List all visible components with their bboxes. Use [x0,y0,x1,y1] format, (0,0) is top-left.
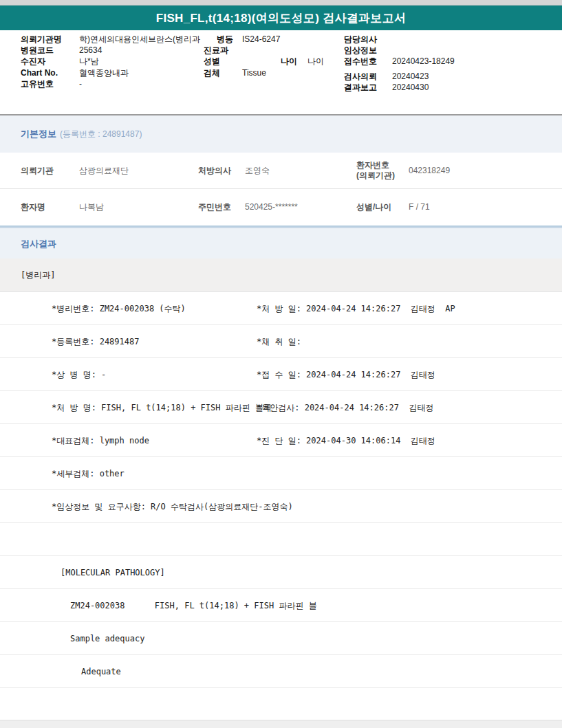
basic-info-section-title: 기본정보(등록번호 : 24891487) [21,128,142,140]
result-left-text: *처 방 명: FISH, FL t(14;18) + FISH 파라핀 블록 [52,401,272,413]
field-value: IS24-6247 [242,34,280,44]
result-right-text: *접 수 일: 2024-04-24 14:26:27 김태정 [257,368,435,380]
result-row [0,688,562,721]
field-label: 성별 [204,56,220,66]
field-label: 주민번호 [198,202,231,212]
field-label: 검체 [204,68,220,78]
field-label: 처방의사 [198,166,231,176]
field-label: 병원코드 [21,45,54,55]
report-page: FISH_FL,t(14;18)(여의도성모) 검사결과보고서 의뢰기관명학)연… [0,0,562,728]
field-value: 나복남 [79,202,104,212]
field-label-subtext: (의뢰기관) [356,170,395,181]
department-row: [병리과] [0,258,562,292]
order-header-table: 의뢰기관명학)연세의대용인세브란스(병리과병원코드25634수진자나*남Char… [0,30,562,114]
field-value: 520425-******* [245,202,298,212]
result-right-text: *육안검사: 2024-04-24 14:26:27 김태정 [257,401,433,413]
result-row: *처 방 명: FISH, FL t(14;18) + FISH 파라핀 블록*… [0,391,562,424]
window-bottom-strip [0,720,562,728]
field-label: 임상정보 [344,45,377,55]
field-value: 20240430 [392,82,429,92]
result-left-text: *임상정보 및 요구사항: R/O 수탁검사(삼광의료재단-조영숙) [52,500,293,512]
result-section-header: 검사결과 [0,227,562,260]
field-value: 삼광의료재단 [79,166,129,176]
basic-info-content: 의뢰기관삼광의료재단처방의사조영숙환자번호(의뢰기관)042318249환자명나… [0,153,562,227]
field-label-text: 주민번호 [198,202,231,212]
result-section-title: 검사결과 [21,238,56,250]
basic-info-row: 의뢰기관삼광의료재단처방의사조영숙환자번호(의뢰기관)042318249 [0,153,562,189]
field-value: 20240423-18249 [392,56,455,66]
basic-info-row: 환자명나복남주민번호520425-*******성별/나이F / 71 [0,189,562,225]
field-label: Chart No. [21,68,58,78]
report-title: FISH_FL,t(14;18)(여의도성모) 검사결과보고서 [156,10,406,26]
result-row: *세부검체: other [0,457,562,490]
field-label-text: 환자명 [21,202,45,212]
field-label: 환자번호(의뢰기관) [356,160,395,181]
field-label: 의뢰기관명 [21,34,62,44]
basic-info-reg-number: (등록번호 : 24891487) [60,129,142,139]
result-left-text: *상 병 명: - [52,368,106,380]
result-left-text: ZM24-002038 FISH, FL t(14;18) + FISH 파라핀… [70,599,317,611]
field-value: F / 71 [409,202,430,212]
field-label: 환자명 [21,202,45,212]
department-label: [병리과] [21,269,55,281]
field-label: 결과보고 [344,82,377,92]
field-label: 검사의뢰 [344,71,377,81]
field-label: 성별/나이 [356,202,391,212]
result-row: *병리번호: ZM24-002038 (수탁)*처 방 일: 2024-04-2… [0,292,562,325]
result-left-text: Sample adequacy [70,634,144,643]
result-row: *상 병 명: -*접 수 일: 2024-04-24 14:26:27 김태정 [0,358,562,391]
field-label: 나이 [281,56,297,66]
field-label-text: 의뢰기관 [21,166,54,175]
result-left-text: *등록번호: 24891487 [52,335,139,347]
result-right-text: *진 단 일: 2024-04-30 14:06:14 김태정 [257,434,435,446]
result-row: Sample adequacy [0,622,562,655]
field-label: 수진자 [21,56,45,66]
field-label: 진료과 [204,45,228,55]
field-label: 담당의사 [344,34,377,44]
result-rows-table: *병리번호: ZM24-002038 (수탁)*처 방 일: 2024-04-2… [0,292,562,721]
window-top-strip [0,0,562,5]
result-row: *등록번호: 24891487*채 취 일: [0,325,562,358]
field-label: 병동 [217,34,233,44]
field-value: 042318249 [409,166,450,176]
field-label: 고유번호 [21,79,54,89]
result-row: ZM24-002038 FISH, FL t(14;18) + FISH 파라핀… [0,589,562,622]
field-label-text: 환자번호 [356,160,389,170]
field-label: 접수번호 [344,56,377,66]
field-value: 나이 [307,56,324,66]
result-left-text: *병리번호: ZM24-002038 (수탁) [52,302,186,314]
field-value: Tissue [242,68,266,78]
basic-info-section-header: 기본정보(등록번호 : 24891487) [0,115,562,153]
result-left-text: *세부검체: other [52,467,125,479]
field-label-text: 처방의사 [198,166,231,175]
field-label: 의뢰기관 [21,166,54,176]
result-row: [MOLECULAR PATHOLOGY] [0,556,562,589]
result-left-text: *대표검체: lymph node [52,434,149,446]
result-row: *대표검체: lymph node*진 단 일: 2024-04-30 14:0… [0,424,562,457]
field-value: 20240423 [392,71,429,81]
result-left-text: Adequate [81,667,121,676]
field-value: 혈액종양내과 [79,68,129,78]
result-row [0,523,562,556]
report-title-bar: FISH_FL,t(14;18)(여의도성모) 검사결과보고서 [0,5,562,30]
result-row: Adequate [0,655,562,688]
field-label-text: 성별/나이 [356,202,391,212]
field-value: 조영숙 [245,166,270,176]
result-right-text: *처 방 일: 2024-04-24 14:26:27 김태정 AP [257,302,455,314]
result-left-text: [MOLECULAR PATHOLOGY] [61,568,165,577]
result-row: *임상정보 및 요구사항: R/O 수탁검사(삼광의료재단-조영숙) [0,490,562,523]
result-right-text: *채 취 일: [257,335,301,347]
field-value: 학)연세의대용인세브란스(병리과 [79,34,200,44]
basic-info-title-text: 기본정보 [21,129,56,139]
field-value: 나*남 [79,56,99,66]
field-value: - [79,79,82,89]
field-value: 25634 [79,45,102,55]
